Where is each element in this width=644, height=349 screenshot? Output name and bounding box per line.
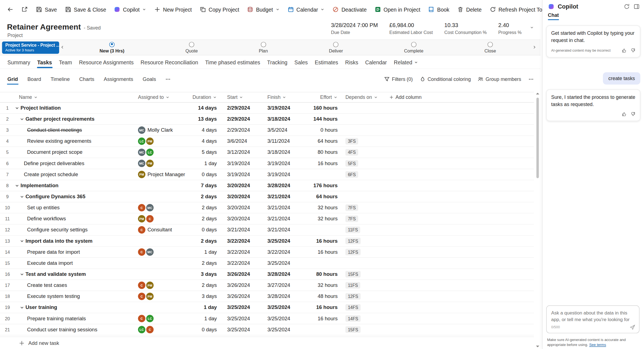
see-terms-link[interactable]: See terms: [589, 343, 606, 347]
finish-date-cell[interactable]: 3/25/2024: [261, 302, 302, 313]
effort-cell[interactable]: 80 hours: [301, 147, 341, 158]
depends-on-cell[interactable]: [341, 114, 385, 125]
chevron-right-icon[interactable]: [532, 45, 537, 49]
assigned-to-cell[interactable]: MCPM: [138, 158, 189, 169]
task-row[interactable]: 19 User training 1 day 3/25/2024 3/25/20…: [0, 302, 534, 313]
effort-cell[interactable]: [301, 324, 341, 335]
assigned-to-cell[interactable]: [138, 103, 189, 113]
entity-tab[interactable]: Resource Reconciliation: [140, 57, 198, 68]
effort-cell[interactable]: 64 hours: [301, 191, 341, 202]
copilot-input[interactable]: Ask a question about the data in this ap…: [546, 305, 639, 334]
add-new-task-button[interactable]: Add new task: [0, 337, 534, 349]
start-date-cell[interactable]: 3/20/2024: [220, 180, 261, 191]
start-date-cell[interactable]: 3/20/2024: [220, 202, 261, 213]
depends-on-cell[interactable]: 7FS: [341, 213, 385, 224]
task-row[interactable]: 14 Prepare data for import CMC 1 day 3/2…: [0, 247, 534, 258]
assigned-to-cell[interactable]: CMC: [138, 202, 189, 213]
assigned-to-cell[interactable]: [138, 258, 189, 269]
depends-on-cell[interactable]: 4FS: [341, 147, 385, 158]
view-tab[interactable]: Grid: [7, 74, 18, 84]
finish-date-cell[interactable]: 3/19/2024: [261, 158, 302, 169]
scrollbar-thumb[interactable]: [536, 98, 539, 178]
effort-cell[interactable]: [301, 169, 341, 180]
task-row[interactable]: 16 Test and validate system 3 days 3/26/…: [0, 269, 534, 280]
task-row[interactable]: 13 Import data into the system 2 days 3/…: [0, 236, 534, 247]
effort-cell[interactable]: 64 hours: [301, 136, 341, 147]
effort-cell[interactable]: 16 hours: [301, 302, 341, 313]
task-row[interactable]: 17 Create test cases CPM 2 days 3/26/202…: [0, 280, 534, 291]
assigned-to-cell[interactable]: CPM: [138, 280, 189, 291]
duration-cell[interactable]: 1 day: [189, 302, 220, 313]
finish-date-cell[interactable]: 3/21/2024: [261, 191, 302, 202]
column-header-name[interactable]: Name: [15, 92, 138, 102]
depends-on-cell[interactable]: [341, 125, 385, 136]
bpf-stage[interactable]: Close: [484, 42, 496, 53]
start-date-cell[interactable]: 3/22/2024: [220, 236, 261, 246]
duration-cell[interactable]: 1 day: [189, 313, 220, 324]
effort-cell[interactable]: [301, 224, 341, 235]
chevron-left-icon[interactable]: [61, 45, 65, 49]
duration-cell[interactable]: 2 days: [189, 258, 220, 269]
depends-on-cell[interactable]: 5FS: [341, 158, 385, 169]
expand-chevron-icon[interactable]: [20, 117, 24, 121]
task-name-cell[interactable]: Create project schedule: [15, 169, 138, 180]
thumbs-up-icon[interactable]: [622, 48, 627, 53]
finish-date-cell[interactable]: 3/27/2024: [261, 280, 302, 291]
view-tab[interactable]: Board: [27, 74, 42, 84]
thumbs-down-icon[interactable]: [630, 48, 635, 53]
duration-cell[interactable]: 3 days: [189, 291, 220, 302]
depends-on-cell[interactable]: 3FS: [341, 136, 385, 147]
task-row[interactable]: 20 Prepare training materials CLC 1 day …: [0, 313, 534, 324]
depends-on-cell[interactable]: 11FS: [341, 224, 385, 235]
task-row[interactable]: 11 Define workflows PMC 2 days 3/20/2024…: [0, 213, 534, 224]
start-date-cell[interactable]: 3/20/2024: [220, 213, 261, 224]
assigned-to-cell[interactable]: CPM: [138, 291, 189, 302]
task-name-cell[interactable]: Prepare data for import: [15, 247, 138, 257]
start-date-cell[interactable]: 3/19/2024: [220, 158, 261, 169]
task-name-cell[interactable]: Configure security settings: [15, 224, 138, 235]
assigned-to-cell[interactable]: MCLC: [138, 147, 189, 158]
start-date-cell[interactable]: 3/25/2024: [220, 324, 261, 335]
delete-button[interactable]: Delete: [453, 3, 485, 16]
depends-on-cell[interactable]: 15FS: [341, 324, 385, 335]
back-button[interactable]: [3, 3, 17, 16]
view-tab[interactable]: Goals: [142, 74, 157, 84]
effort-cell[interactable]: 32 hours: [301, 202, 341, 213]
effort-cell[interactable]: 0 hours: [301, 125, 341, 136]
column-header-assigned-to[interactable]: Assigned to: [138, 92, 189, 102]
more-options-icon[interactable]: [528, 76, 534, 82]
task-name-cell[interactable]: Import data into the system: [15, 236, 138, 246]
task-name-cell[interactable]: Set up entities: [15, 202, 138, 213]
start-date-cell[interactable]: 3/25/2024: [220, 313, 261, 324]
group-members-button[interactable]: Group members: [478, 76, 521, 82]
assigned-to-cell[interactable]: [138, 269, 189, 280]
bpf-active-stage-badge[interactable]: Project Service - Project ... Active for…: [2, 41, 59, 54]
duration-cell[interactable]: 5 days: [189, 147, 220, 158]
duration-cell[interactable]: 1 day: [189, 158, 220, 169]
finish-date-cell[interactable]: 3/19/2024: [261, 169, 302, 180]
assigned-to-cell[interactable]: LCPM: [138, 136, 189, 147]
add-column-button[interactable]: Add column: [385, 92, 421, 102]
thumbs-down-icon[interactable]: [630, 112, 635, 117]
expand-chevron-icon[interactable]: [20, 272, 24, 276]
effort-cell[interactable]: 16 hours: [301, 236, 341, 246]
effort-cell[interactable]: 16 hours: [301, 158, 341, 169]
depends-on-cell[interactable]: 7FS: [341, 202, 385, 213]
task-name-cell[interactable]: Create test cases: [15, 280, 138, 291]
new-project-button[interactable]: New Project: [150, 3, 196, 16]
entity-tab[interactable]: Resource Assignments: [78, 57, 134, 68]
tab-related[interactable]: Related: [393, 57, 418, 68]
depends-on-cell[interactable]: [341, 103, 385, 113]
depends-on-cell[interactable]: 12FS: [341, 236, 385, 246]
bpf-stage[interactable]: Quote: [185, 42, 198, 53]
assigned-to-cell[interactable]: [138, 236, 189, 246]
entity-tab[interactable]: Sales: [294, 57, 308, 68]
view-tab[interactable]: Assignments: [103, 74, 133, 84]
dock-panel-icon[interactable]: [633, 3, 640, 10]
effort-cell[interactable]: 144 hours: [301, 114, 341, 125]
duration-cell[interactable]: 1 day: [189, 247, 220, 257]
task-row[interactable]: 3 Conduct client meetings MCMolly Clark …: [0, 125, 534, 136]
entity-tab[interactable]: Summary: [7, 57, 31, 68]
effort-cell[interactable]: 48 hours: [301, 291, 341, 302]
task-name-cell[interactable]: Conduct user training sessions: [15, 324, 138, 335]
